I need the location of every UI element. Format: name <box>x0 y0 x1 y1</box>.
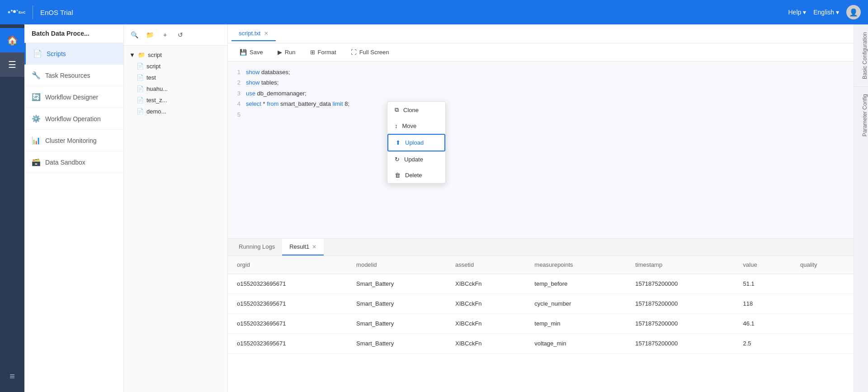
cell-orgid-0: o15520323695671 <box>228 274 347 294</box>
running-logs-label: Running Logs <box>239 243 275 250</box>
sidebar-item-workflow-operation[interactable]: ⚙️ Workflow Operation <box>24 108 123 130</box>
sidebar-item-task-resources[interactable]: 🔧 Task Resources <box>24 65 123 86</box>
cell-modelid-1: Smart_Battery <box>347 294 446 314</box>
file-icon-4: 📄 <box>137 108 144 115</box>
editor-tab-script[interactable]: script.txt ✕ <box>231 26 276 41</box>
right-sidebar: Basic Configuration Parameter Config <box>854 24 868 392</box>
svg-point-1 <box>11 10 13 12</box>
cell-modelid-3: Smart_Battery <box>347 334 446 354</box>
cell-value-0: 51.1 <box>734 274 791 294</box>
save-button[interactable]: 💾 Save <box>233 46 269 58</box>
editor-tab-label: script.txt <box>239 30 260 37</box>
line-number-1: 1 <box>228 67 246 77</box>
file-item-4[interactable]: 📄 demo... <box>135 106 224 117</box>
line-content-5 <box>246 109 854 120</box>
code-editor[interactable]: 1 show databases; 2 show tables; 3 use d… <box>228 61 854 238</box>
col-modelid: modelid <box>347 256 446 274</box>
code-line-3: 3 use db_demomanager; <box>228 88 854 99</box>
cell-measurepoints-1: cycle_number <box>525 294 626 314</box>
data-sandbox-icon: 🗃️ <box>32 158 41 166</box>
table-row-1: o15520323695671Smart_BatteryXIBCckFncycl… <box>228 294 854 314</box>
file-name-1: test <box>146 74 156 81</box>
file-toolbar: 🔍 📁 + ↺ <box>124 24 227 46</box>
task-resources-icon: 🔧 <box>32 71 41 80</box>
result1-label: Result1 <box>289 243 309 250</box>
help-button[interactable]: Help ▾ <box>788 9 807 16</box>
basic-config-label[interactable]: Basic Configuration <box>854 24 868 86</box>
sidebar-item-cluster-monitoring[interactable]: 📊 Cluster Monitoring <box>24 130 123 151</box>
cell-assetid-1: XIBCckFn <box>446 294 525 314</box>
results-table: orgid modelid assetid measurepoints time… <box>228 256 854 354</box>
file-item-1[interactable]: 📄 test <box>135 72 224 83</box>
language-selector[interactable]: English ▾ <box>813 9 839 16</box>
line-number-2: 2 <box>228 77 246 88</box>
cell-orgid-2: o15520323695671 <box>228 314 347 334</box>
file-icon-2: 📄 <box>137 85 144 92</box>
svg-point-3 <box>17 10 18 11</box>
cell-timestamp-0: 1571875200000 <box>626 274 734 294</box>
run-button[interactable]: ▶ Run <box>271 46 302 58</box>
param-config-label[interactable]: Parameter Config <box>854 86 868 144</box>
user-avatar[interactable]: 👤 <box>846 5 861 19</box>
sidebar-item-cluster-monitoring-label: Cluster Monitoring <box>45 137 97 144</box>
svg-point-2 <box>13 10 16 13</box>
sidebar-item-data-sandbox[interactable]: 🗃️ Data Sandbox <box>24 151 123 173</box>
svg-text:EnOS: EnOS <box>19 10 25 14</box>
cell-assetid-2: XIBCckFn <box>446 314 525 334</box>
main-layout: 🏠 ☰ ≡ Batch Data Proce... 📄 Scripts 🔧 Ta… <box>0 24 868 392</box>
run-label: Run <box>285 49 296 56</box>
cell-quality-2 <box>791 314 854 334</box>
file-explorer: 🔍 📁 + ↺ ▼ 📁 script 📄 script 📄 test <box>124 24 228 392</box>
result1-close-button[interactable]: ✕ <box>312 244 316 250</box>
nav-menu[interactable]: ≡ <box>0 364 24 388</box>
line-content-3: use db_demomanager; <box>246 88 854 99</box>
collapse-icon: ▼ <box>129 52 135 58</box>
cell-assetid-0: XIBCckFn <box>446 274 525 294</box>
table-row-3: o15520323695671Smart_BatteryXIBCckFnvolt… <box>228 334 854 354</box>
cell-measurepoints-0: temp_before <box>525 274 626 294</box>
cluster-monitoring-icon: 📊 <box>32 136 41 145</box>
nav-batch[interactable]: ☰ <box>0 52 24 77</box>
tab-close-button[interactable]: ✕ <box>264 30 269 37</box>
results-tab-running-logs[interactable]: Running Logs <box>231 239 282 255</box>
icon-nav: 🏠 ☰ ≡ <box>0 24 24 392</box>
sidebar-item-workflow-designer[interactable]: 🔄 Workflow Designer <box>24 86 123 108</box>
file-item-2[interactable]: 📄 huahu... <box>135 83 224 94</box>
folder-icon: 📁 <box>138 52 145 58</box>
line-number-4: 4 <box>228 99 246 109</box>
nav-home[interactable]: 🏠 <box>0 28 24 52</box>
sidebar: Batch Data Proce... 📄 Scripts 🔧 Task Res… <box>24 24 124 392</box>
results-tab-result1[interactable]: Result1 ✕ <box>282 239 324 255</box>
cell-modelid-2: Smart_Battery <box>347 314 446 334</box>
format-icon: ⊞ <box>310 49 315 56</box>
cell-timestamp-2: 1571875200000 <box>626 314 734 334</box>
folder-button[interactable]: 📁 <box>143 28 156 42</box>
file-item-0[interactable]: 📄 script <box>135 61 224 72</box>
code-line-2: 2 show tables; <box>228 77 854 88</box>
table-header-row: orgid modelid assetid measurepoints time… <box>228 256 854 274</box>
file-tree-root[interactable]: ▼ 📁 script <box>127 49 224 61</box>
code-line-5: 5 <box>228 109 854 120</box>
search-button[interactable]: 🔍 <box>127 28 141 42</box>
file-name-0: script <box>146 63 160 70</box>
format-button[interactable]: ⊞ Format <box>304 46 343 58</box>
add-button[interactable]: + <box>158 28 172 42</box>
fullscreen-button[interactable]: ⛶ Full Screen <box>344 46 396 58</box>
svg-point-0 <box>8 11 10 14</box>
editor-toolbar: 💾 Save ▶ Run ⊞ Format ⛶ Full Screen <box>228 43 854 61</box>
workflow-designer-icon: 🔄 <box>32 93 41 101</box>
main-content: ⧉ Clone ↕ Move ⬆ Upload ↻ Update 🗑 De <box>228 24 854 392</box>
logo: EnOS <box>7 5 25 19</box>
refresh-button[interactable]: ↺ <box>174 28 187 42</box>
file-item-3[interactable]: 📄 test_z... <box>135 94 224 106</box>
sidebar-item-task-resources-label: Task Resources <box>45 72 90 79</box>
workflow-operation-icon: ⚙️ <box>32 114 41 123</box>
topbar: EnOS EnOS Trial Help ▾ English ▾ 👤 <box>0 0 868 24</box>
save-label: Save <box>250 49 263 56</box>
line-content-1: show databases; <box>246 67 854 77</box>
sidebar-item-scripts[interactable]: 📄 Scripts <box>24 43 123 65</box>
save-icon: 💾 <box>240 49 247 56</box>
topbar-divider <box>33 5 33 19</box>
col-measurepoints: measurepoints <box>525 256 626 274</box>
file-name-4: demo... <box>146 108 166 115</box>
